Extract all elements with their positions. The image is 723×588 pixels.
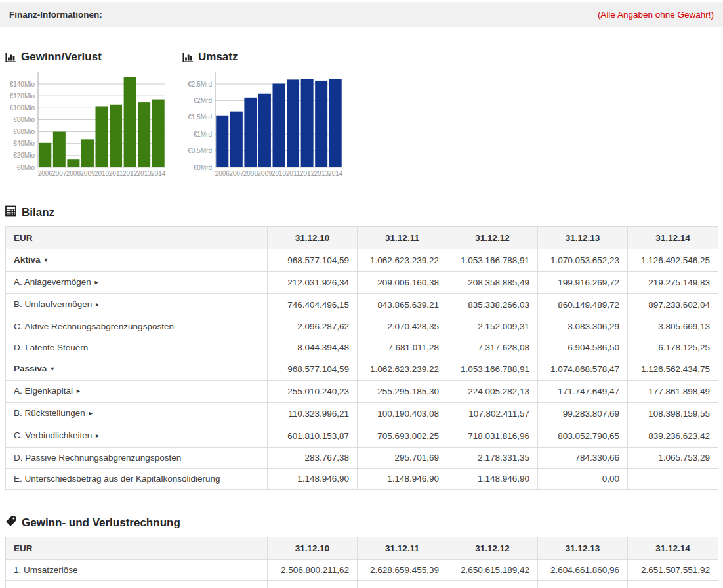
- collapse-triangle-icon[interactable]: ▼: [43, 257, 49, 263]
- bar-chart-icon: [5, 52, 16, 63]
- row-label[interactable]: A. Anlagevermögen►: [6, 272, 268, 294]
- x-axis-tick-label: 2013: [314, 170, 329, 177]
- value-cell: 835.338.266,03: [447, 294, 538, 316]
- value-cell: 283.767,38: [268, 448, 358, 469]
- value-cell: 199.916.269,72: [538, 272, 628, 294]
- row-label[interactable]: Aktiva▼: [6, 249, 268, 272]
- value-cell: 1.148.946,90: [268, 469, 358, 490]
- page-title: Finanz-Informationen:: [9, 10, 102, 20]
- y-axis-tick-label: €0Mio: [17, 164, 35, 171]
- value-cell: 1.062.623.239,22: [358, 249, 447, 272]
- expand-triangle-icon[interactable]: ►: [88, 410, 94, 417]
- value-cell: 255.010.240,23: [268, 381, 358, 403]
- value-cell: 7.317.628,08: [447, 337, 538, 358]
- section-title-text: Bilanz: [22, 206, 54, 219]
- bar-2010: [273, 83, 285, 167]
- expand-triangle-icon[interactable]: ►: [94, 301, 100, 308]
- bar-2013: [315, 81, 327, 167]
- value-cell: 107.623.413,67: [447, 581, 538, 588]
- date-column-header: 31.12.11: [358, 537, 447, 560]
- x-axis-tick-label: 2008: [66, 170, 81, 177]
- value-cell: 2.096.287,62: [268, 316, 358, 337]
- value-cell: 295.701,69: [358, 448, 447, 469]
- bilanz-header-row: EUR31.12.1031.12.1131.12.1231.12.1331.12…: [6, 227, 718, 249]
- date-column-header: 31.12.14: [628, 227, 718, 249]
- value-cell: 2.650.615.189,42: [447, 560, 538, 581]
- row-label: D. Passive Rechnungsabgrenzungsposten: [6, 448, 268, 469]
- row-label: 2. Sonstige betriebliche Erträge: [6, 581, 268, 588]
- expand-triangle-icon[interactable]: ►: [94, 432, 100, 439]
- date-column-header: 31.12.11: [358, 227, 447, 249]
- row-label[interactable]: A. Eigenkapital►: [6, 381, 268, 403]
- value-cell: 3.805.669,13: [628, 316, 718, 337]
- y-axis-tick-label: €140Mio: [10, 81, 35, 88]
- value-cell: 1.148.946,90: [447, 469, 538, 490]
- value-cell: 803.052.790,65: [538, 425, 628, 448]
- bar-2012: [301, 79, 314, 167]
- table-grid-icon: [5, 205, 16, 220]
- y-axis-tick-label: €20Mio: [13, 152, 35, 159]
- bar-2009: [258, 94, 271, 167]
- value-cell: 705.693.002,25: [358, 425, 447, 448]
- expand-triangle-icon[interactable]: ►: [75, 388, 81, 394]
- value-cell: 255.295.185,30: [358, 381, 447, 403]
- value-cell: 1.053.166.788,91: [447, 249, 538, 272]
- bar-2008: [67, 159, 79, 167]
- revenue-plot: €0Mrd€0.5Mrd€1Mrd€1.5Mrd€2Mrd€2.5Mrd2006…: [182, 69, 344, 180]
- value-cell: 177.861.898,49: [628, 381, 718, 403]
- value-cell: 8.044.394,48: [268, 337, 358, 358]
- value-cell: 897.233.602,04: [628, 294, 718, 316]
- value-cell: 2.651.507.551,92: [628, 560, 718, 581]
- value-cell: 1.126.492.546,25: [628, 249, 718, 272]
- bar-2014: [329, 79, 342, 167]
- bar-2008: [244, 98, 257, 167]
- collapse-triangle-icon[interactable]: ▼: [49, 366, 55, 372]
- table-row: A. Eigenkapital►255.010.240,23255.295.18…: [6, 381, 718, 403]
- value-cell: 100.190.403,08: [358, 403, 447, 425]
- value-cell: 219.275.149,83: [628, 272, 718, 294]
- bar-2009: [81, 139, 94, 167]
- y-axis-tick-label: €80Mio: [13, 116, 35, 123]
- charts-section: Gewinn/Verlust €0Mio€20Mio€40Mio€60Mio€8…: [5, 51, 723, 180]
- value-cell: 208.358.885,49: [447, 272, 538, 294]
- y-axis-tick-label: €1Mrd: [194, 131, 212, 138]
- value-cell: 2.178.331,35: [447, 448, 538, 469]
- expand-triangle-icon[interactable]: ►: [94, 279, 100, 285]
- x-axis-tick-label: 2011: [109, 170, 123, 177]
- row-label[interactable]: B. Rückstellungen►: [6, 403, 268, 425]
- x-axis-tick-label: 2014: [151, 170, 166, 177]
- guv-header-row: EUR31.12.1031.12.1131.12.1231.12.1331.12…: [6, 537, 718, 560]
- x-axis-tick-label: 2012: [123, 170, 138, 177]
- y-axis-tick-label: €1.5Mrd: [188, 114, 212, 121]
- value-cell: 968.577.104,59: [268, 249, 358, 272]
- value-cell: 62.122.292,63: [268, 581, 358, 588]
- value-cell: 1.074.868.578,47: [538, 358, 628, 381]
- value-cell: 107.802.411,57: [447, 403, 538, 425]
- x-axis-tick-label: 2011: [286, 170, 300, 177]
- bar-2012: [124, 77, 136, 167]
- x-axis-tick-label: 2008: [243, 170, 258, 177]
- value-cell: 1.148.946,90: [358, 469, 447, 490]
- x-axis-tick-label: 2009: [257, 170, 272, 177]
- chart-title-text: Umsatz: [198, 51, 238, 64]
- y-axis-tick-label: €100Mio: [10, 104, 35, 112]
- x-axis-tick-label: 2009: [80, 170, 95, 177]
- y-axis-tick-label: €0Mrd: [194, 164, 212, 171]
- profit-loss-chart-title: Gewinn/Verlust: [5, 51, 182, 64]
- bilanz-section-title: Bilanz: [5, 205, 723, 220]
- row-label[interactable]: Passiva▼: [6, 358, 268, 381]
- table-row: 1. Umsatzerlöse2.506.800.211,622.628.659…: [6, 560, 718, 581]
- row-label[interactable]: C. Verbindlichkeiten►: [6, 425, 268, 448]
- value-cell: 1.070.053.652,23: [538, 249, 628, 272]
- guv-table: EUR31.12.1031.12.1131.12.1231.12.1331.12…: [5, 537, 718, 588]
- value-cell: 209.006.160,38: [358, 272, 447, 294]
- row-label[interactable]: B. Umlaufvermögen►: [6, 294, 268, 316]
- table-row: 2. Sonstige betriebliche Erträge62.122.2…: [6, 581, 718, 588]
- y-axis-tick-label: €120Mio: [10, 93, 35, 100]
- value-cell: 839.236.623,42: [628, 425, 718, 448]
- row-label: 1. Umsatzerlöse: [6, 560, 268, 581]
- table-row: D. Latente Steuern8.044.394,487.681.011,…: [6, 337, 718, 358]
- revenue-chart-title: Umsatz: [182, 51, 360, 64]
- value-cell: 7.681.011,28: [358, 337, 447, 358]
- profit-loss-plot: €0Mio€20Mio€40Mio€60Mio€80Mio€100Mio€120…: [5, 69, 167, 180]
